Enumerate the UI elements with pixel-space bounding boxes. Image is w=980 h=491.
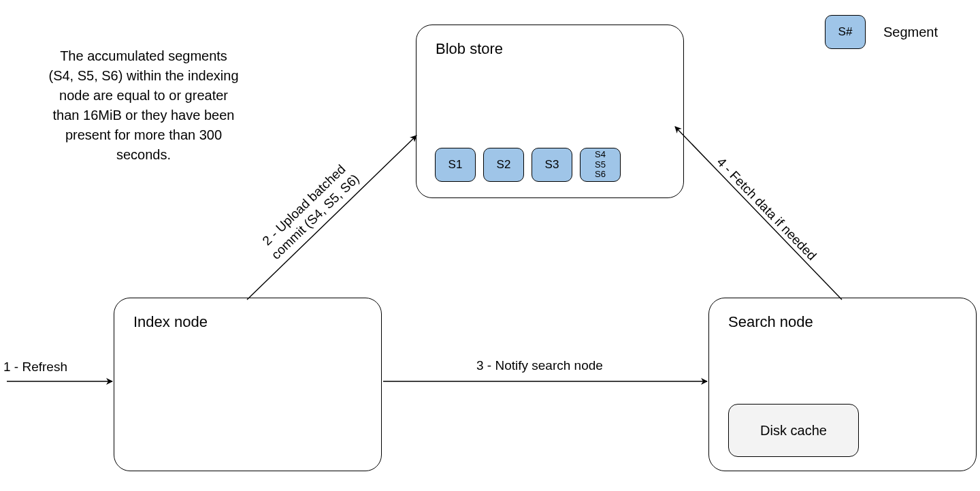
segment-s4s5s6-line3: S6 xyxy=(595,170,606,180)
label-fetch: 4 - Fetch data if needed xyxy=(713,154,819,264)
label-refresh: 1 - Refresh xyxy=(3,359,67,375)
segment-s2: S2 xyxy=(483,148,524,182)
index-node-title: Index node xyxy=(133,313,208,331)
segment-s1: S1 xyxy=(435,148,476,182)
arrow-fetch xyxy=(675,127,842,300)
index-node-box: Index node xyxy=(114,298,382,471)
legend-label: Segment xyxy=(883,25,938,40)
explain-paragraph: The accumulated segments (S4, S5, S6) wi… xyxy=(48,46,239,165)
segment-s4s5s6: S4 S5 S6 xyxy=(580,148,621,182)
blob-store-title: Blob store xyxy=(436,40,503,58)
diagram-canvas: The accumulated segments (S4, S5, S6) wi… xyxy=(0,0,980,491)
arrow-upload xyxy=(247,136,416,300)
legend-symbol: S# xyxy=(825,15,866,49)
blob-store-box: Blob store S1 S2 S3 S4 S5 S6 xyxy=(416,25,684,198)
search-node-box: Search node Disk cache xyxy=(708,298,977,471)
label-notify: 3 - Notify search node xyxy=(476,358,603,374)
search-node-title: Search node xyxy=(728,313,813,331)
label-upload: 2 - Upload batched commit (S4, S5, S6) xyxy=(257,159,362,263)
disk-cache-box: Disk cache xyxy=(728,404,859,457)
segment-s4s5s6-line2: S5 xyxy=(595,160,606,170)
segment-s4s5s6-line1: S4 xyxy=(595,150,606,160)
segment-s3: S3 xyxy=(532,148,572,182)
